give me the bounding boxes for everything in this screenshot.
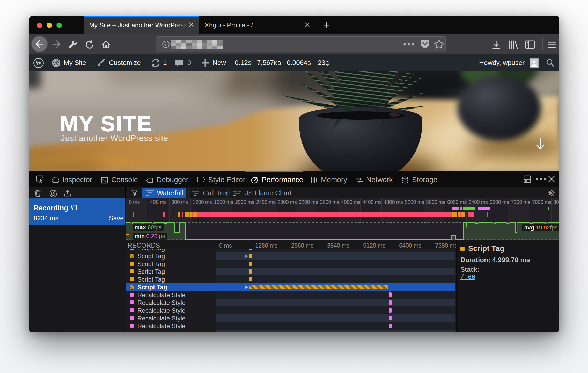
svg-text:W: W [35, 59, 42, 66]
